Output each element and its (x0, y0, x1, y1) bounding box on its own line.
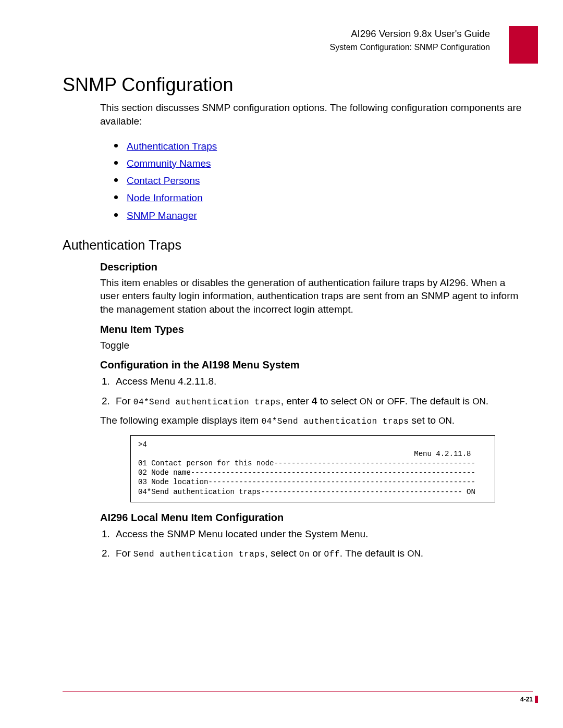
doc-title: AI296 Version 9.8x User's Guide (63, 27, 490, 41)
footer-accent-bar (535, 696, 538, 703)
step-text: , select (265, 548, 299, 559)
code-inline: Off (324, 550, 339, 559)
list-item: Community Names (112, 155, 527, 172)
step-text: For (116, 548, 133, 559)
step-text: . (421, 548, 423, 559)
text: The following example displays item (100, 415, 261, 426)
step-item: For Send authentication traps, select On… (113, 546, 527, 561)
step-bold: 4 (312, 396, 317, 406)
steps-local: Access the SNMP Menu located under the S… (113, 527, 527, 561)
link-community-names[interactable]: Community Names (127, 158, 211, 169)
step-item: For 04*Send authentication traps, enter … (113, 394, 527, 409)
smallcaps: OFF (387, 397, 405, 406)
page-number: 4-21 (520, 696, 533, 703)
subhead-menu-item-types: Menu Item Types (100, 324, 527, 336)
smallcaps: ON (472, 397, 486, 406)
page-title: SNMP Configuration (63, 74, 527, 96)
step-text: , enter (281, 396, 312, 406)
menu-output-box: >4 Menu 4.2.11.8 01 Contact person for t… (130, 435, 495, 502)
step-text: Access Menu 4.2.11.8. (116, 376, 216, 387)
subhead-description: Description (100, 261, 527, 273)
step-text: to select (317, 396, 359, 406)
step-text: Access the SNMP Menu located under the S… (116, 528, 368, 539)
link-snmp-manager[interactable]: SNMP Manager (127, 210, 197, 221)
subhead-config-ai198: Configuration in the AI198 Menu System (100, 359, 527, 371)
step-text: or (310, 548, 324, 559)
code-inline: Send authentication traps (133, 550, 265, 559)
component-link-list: Authentication Traps Community Names Con… (112, 138, 527, 224)
example-lead: The following example displays item 04*S… (100, 414, 527, 428)
footer-rule (63, 691, 533, 692)
step-item: Access the SNMP Menu located under the S… (113, 527, 527, 541)
step-text: . The default is (405, 396, 473, 406)
code-inline: 04*Send authentication traps (133, 398, 281, 407)
page-header: AI296 Version 9.8x User's Guide System C… (63, 27, 527, 53)
header-accent-block (509, 26, 538, 64)
step-text: or (373, 396, 387, 406)
list-item: Node Information (112, 189, 527, 206)
step-text: . (486, 396, 488, 406)
code-inline: On (299, 550, 310, 559)
doc-subtitle: System Configuration: SNMP Configuration (63, 42, 490, 53)
list-item: Authentication Traps (112, 138, 527, 155)
description-text: This item enables or disables the genera… (100, 276, 527, 316)
link-contact-persons[interactable]: Contact Persons (127, 175, 200, 186)
smallcaps: ON (438, 416, 452, 426)
steps-ai198: Access Menu 4.2.11.8. For 04*Send authen… (113, 374, 527, 409)
section-authentication-traps: Authentication Traps (63, 238, 527, 253)
step-item: Access Menu 4.2.11.8. (113, 374, 527, 389)
list-item: Contact Persons (112, 172, 527, 189)
step-text: . The default is (340, 548, 408, 559)
intro-paragraph: This section discusses SNMP configuratio… (100, 101, 527, 128)
smallcaps: ON (360, 397, 373, 406)
text: set to (409, 415, 438, 426)
link-authentication-traps[interactable]: Authentication Traps (127, 141, 217, 152)
link-node-information[interactable]: Node Information (127, 192, 203, 203)
subhead-local-menu-config: AI296 Local Menu Item Configuration (100, 512, 527, 524)
code-inline: 04*Send authentication traps (261, 417, 409, 426)
text: . (452, 415, 455, 426)
step-text: For (116, 396, 133, 406)
menu-item-types-text: Toggle (100, 339, 527, 352)
list-item: SNMP Manager (112, 207, 527, 224)
smallcaps: ON (407, 549, 421, 559)
page: AI296 Version 9.8x User's Guide System C… (0, 0, 563, 728)
